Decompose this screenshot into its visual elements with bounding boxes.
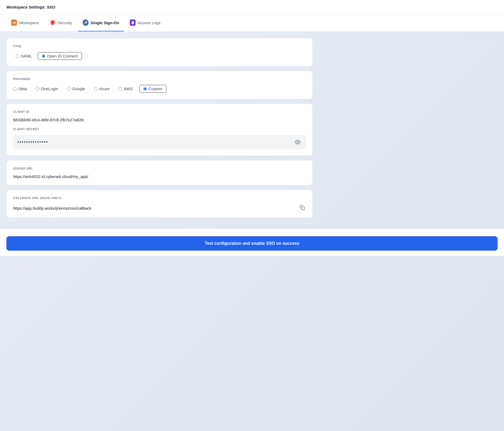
test-config-button[interactable]: Test configuration and enable SSO on suc… [6,236,498,251]
provider-radio-azure[interactable] [94,87,98,91]
access-logs-icon: 📋 [130,20,136,26]
tab-security[interactable]: Security [45,14,77,31]
tab-workspace[interactable]: 🏠 Workspace [6,14,44,31]
provider-label: PROVIDER [13,77,306,81]
workspace-icon: 🏠 [11,20,17,26]
client-id-value: 6833bb90-efc4-46fe-87c8-2fb7e27a82fc [13,118,306,122]
copy-callback-url-button[interactable] [299,204,306,211]
callback-url-row: https://app.buddy.works/jckemp/sso/callb… [13,204,306,211]
provider-radio-google[interactable] [67,87,71,91]
main-content: TYPE SAML Open ID Connect PROVIDER Okta … [0,32,319,229]
callback-url-value: https://app.buddy.works/jckemp/sso/callb… [13,206,91,210]
type-label: TYPE [13,45,306,48]
provider-radio-custom[interactable] [143,87,147,91]
credentials-card: CLIENT ID 6833bb90-efc4-46fe-87c8-2fb7e2… [6,103,313,156]
callback-url-label: CALLBACK URL (READ-ONLY) [13,196,306,200]
sso-icon: 🔑 [83,20,89,26]
issuer-url-card: ISSUER URL https://anh4022.id.cyberark.c… [6,160,313,185]
client-secret-label: CLIENT SECRET [13,127,306,131]
provider-option-google[interactable]: Google [63,85,90,93]
callback-url-card: CALLBACK URL (READ-ONLY) https://app.bud… [6,190,313,218]
provider-option-onelogin[interactable]: OneLogin [31,85,63,93]
security-icon [50,20,56,26]
svg-point-0 [297,141,299,143]
toggle-secret-button[interactable] [294,138,302,146]
client-secret-field: •••••••••••••• [13,135,306,149]
eye-icon [295,139,301,145]
provider-card: PROVIDER Okta OneLogin Google Azure AWS [6,71,313,99]
tab-access-logs[interactable]: 📋 Access Logs [125,14,165,31]
nav-bar: 🏠 Workspace Security 🔑 Single Sign-On 📋 … [0,14,504,32]
provider-radio-okta[interactable] [13,87,17,91]
type-radio-openid[interactable] [42,54,45,58]
type-radio-group: SAML Open ID Connect [13,52,306,60]
tab-sso[interactable]: 🔑 Single Sign-On [78,14,124,31]
type-option-openid[interactable]: Open ID Connect [38,52,82,60]
page-title: Workspace Settings: SSO [6,5,55,9]
type-option-saml[interactable]: SAML [13,52,35,60]
title-bar: Workspace Settings: SSO [0,0,504,14]
provider-radio-group: Okta OneLogin Google Azure AWS Custom [13,85,306,93]
issuer-url-value: https://anh4022.id.cyberark.cloud/my_app… [13,174,306,179]
type-card: TYPE SAML Open ID Connect [6,38,313,67]
copy-icon [300,205,305,210]
provider-option-aws[interactable]: AWS [114,85,137,93]
issuer-url-label: ISSUER URL [13,167,306,170]
bottom-bar: Test configuration and enable SSO on suc… [0,229,504,256]
client-id-label: CLIENT ID [13,110,306,113]
provider-option-custom[interactable]: Custom [139,85,166,93]
provider-option-azure[interactable]: Azure [90,85,114,93]
client-secret-masked: •••••••••••••• [17,139,294,145]
provider-radio-onelogin[interactable] [36,87,39,91]
provider-radio-aws[interactable] [118,87,122,91]
type-radio-saml[interactable] [16,54,19,58]
provider-option-okta[interactable]: Okta [13,85,31,93]
svg-rect-1 [302,207,305,210]
